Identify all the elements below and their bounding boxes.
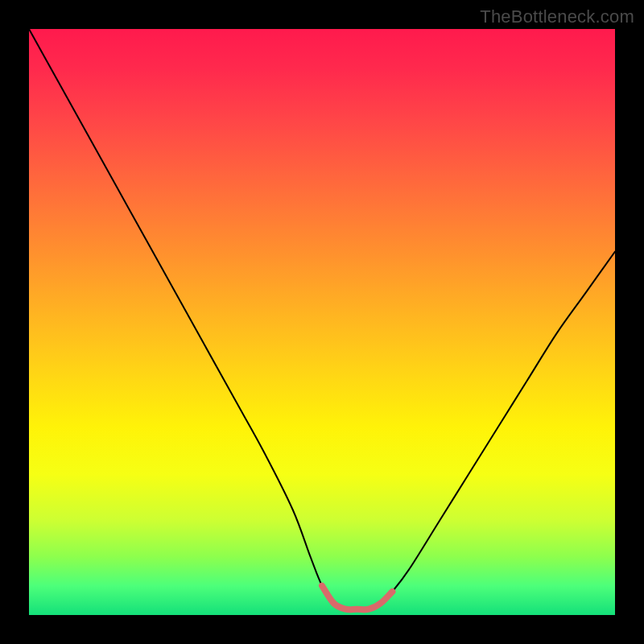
chart-frame: TheBottleneck.com xyxy=(0,0,644,644)
curve-svg xyxy=(29,29,615,615)
optimal-range-highlight xyxy=(322,586,392,610)
plot-area xyxy=(29,29,615,615)
watermark-text: TheBottleneck.com xyxy=(480,6,634,27)
bottleneck-curve xyxy=(29,29,615,609)
